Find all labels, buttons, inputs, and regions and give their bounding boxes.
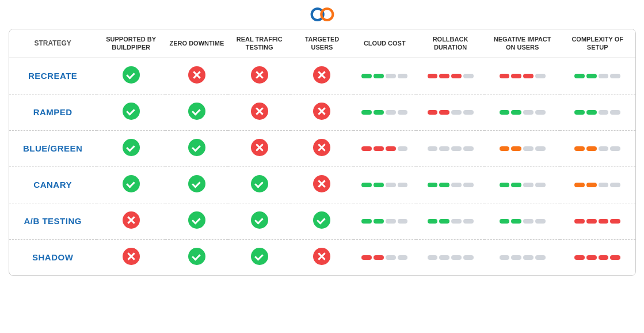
bar-segment-gray bbox=[535, 146, 546, 151]
bar-segment-green bbox=[500, 110, 510, 115]
cell-rollback bbox=[416, 166, 485, 203]
bar-segment-green bbox=[361, 110, 372, 115]
bar-segment-red bbox=[511, 74, 521, 78]
bar-chart bbox=[361, 74, 407, 78]
cell-negative bbox=[485, 130, 560, 166]
cell-supported bbox=[97, 94, 166, 130]
bar-segment-red bbox=[439, 74, 449, 78]
check-icon bbox=[188, 175, 205, 192]
bar-segment-green bbox=[574, 110, 585, 115]
cell-cloud bbox=[353, 58, 416, 94]
bar-segment-gray bbox=[398, 110, 408, 115]
bar-segment-green bbox=[574, 74, 585, 78]
cell-cloud bbox=[353, 203, 416, 239]
bar-segment-gray bbox=[463, 219, 474, 224]
bar-segment-gray bbox=[451, 183, 462, 187]
bar-segment-green bbox=[500, 219, 510, 224]
cell-supported bbox=[97, 130, 166, 166]
cell-rollback bbox=[416, 203, 485, 239]
check-icon bbox=[313, 211, 330, 229]
bar-segment-gray bbox=[386, 219, 396, 224]
bar-segment-red bbox=[610, 255, 620, 260]
cell-cloud bbox=[353, 166, 416, 203]
cross-icon bbox=[313, 175, 330, 192]
bar-segment-green bbox=[428, 183, 438, 187]
bar-segment-gray bbox=[523, 183, 534, 187]
bar-segment-red bbox=[574, 219, 585, 224]
bar-segment-red bbox=[610, 219, 620, 224]
bar-segment-gray bbox=[523, 255, 534, 260]
bar-segment-green bbox=[374, 219, 384, 224]
bar-chart bbox=[500, 219, 546, 224]
cell-downtime bbox=[165, 203, 228, 239]
bar-segment-gray bbox=[439, 146, 449, 151]
check-icon bbox=[123, 139, 140, 156]
table-row: SHADOW bbox=[9, 239, 635, 275]
check-icon bbox=[123, 103, 140, 120]
bar-segment-green bbox=[361, 183, 372, 187]
cell-negative bbox=[485, 94, 560, 130]
bar-segment-green bbox=[428, 219, 438, 224]
check-icon bbox=[188, 211, 205, 229]
bar-segment-green bbox=[511, 219, 521, 224]
check-icon bbox=[123, 66, 140, 84]
bar-segment-red bbox=[586, 255, 597, 260]
bar-segment-gray bbox=[463, 146, 474, 151]
bar-segment-gray bbox=[500, 255, 510, 260]
bar-segment-gray bbox=[535, 74, 546, 78]
cell-rollback bbox=[416, 94, 485, 130]
bar-chart bbox=[574, 110, 620, 115]
check-icon bbox=[188, 139, 205, 156]
bar-segment-red bbox=[586, 219, 597, 224]
bar-segment-red bbox=[599, 255, 609, 260]
cell-negative bbox=[485, 239, 560, 275]
bar-segment-gray bbox=[599, 74, 609, 78]
cell-cloud bbox=[353, 239, 416, 275]
bar-segment-green bbox=[500, 183, 510, 187]
cell-targeted bbox=[291, 203, 353, 239]
cross-icon bbox=[251, 139, 268, 156]
bar-segment-green bbox=[439, 219, 449, 224]
bar-segment-red bbox=[523, 74, 534, 78]
bar-segment-gray bbox=[451, 110, 462, 115]
cell-rollback bbox=[416, 58, 485, 94]
logo-container bbox=[308, 6, 337, 23]
bar-segment-gray bbox=[398, 219, 408, 224]
bar-segment-gray bbox=[523, 146, 534, 151]
bar-segment-gray bbox=[428, 255, 438, 260]
bar-chart bbox=[500, 110, 546, 115]
bar-chart bbox=[574, 255, 620, 260]
bar-segment-gray bbox=[511, 255, 521, 260]
bar-segment-green bbox=[374, 110, 384, 115]
buildpiper-logo bbox=[308, 6, 337, 23]
bar-segment-red bbox=[428, 110, 438, 115]
bar-chart bbox=[500, 146, 546, 151]
bar-segment-gray bbox=[439, 255, 449, 260]
cell-traffic bbox=[228, 203, 291, 239]
bar-segment-orange bbox=[586, 183, 597, 187]
cell-negative bbox=[485, 166, 560, 203]
check-icon bbox=[188, 248, 205, 265]
cell-supported bbox=[97, 58, 166, 94]
cell-traffic bbox=[228, 239, 291, 275]
cross-icon bbox=[313, 103, 330, 120]
cell-supported bbox=[97, 203, 166, 239]
cell-complexity bbox=[560, 166, 635, 203]
cell-traffic bbox=[228, 58, 291, 94]
cell-downtime bbox=[165, 130, 228, 166]
cross-icon bbox=[313, 66, 330, 84]
check-icon bbox=[188, 103, 205, 120]
bar-chart bbox=[361, 255, 407, 260]
cell-supported bbox=[97, 166, 166, 203]
bar-segment-green bbox=[374, 183, 384, 187]
bar-chart bbox=[574, 146, 620, 151]
table-row: RAMPED bbox=[9, 94, 635, 130]
bar-segment-orange bbox=[586, 146, 597, 151]
cell-traffic bbox=[228, 130, 291, 166]
header-downtime: ZERO DOWNTIME bbox=[165, 29, 228, 58]
bar-segment-red bbox=[374, 146, 384, 151]
bar-segment-red bbox=[386, 146, 396, 151]
cell-supported bbox=[97, 239, 166, 275]
cell-complexity bbox=[560, 94, 635, 130]
cell-complexity bbox=[560, 130, 635, 166]
